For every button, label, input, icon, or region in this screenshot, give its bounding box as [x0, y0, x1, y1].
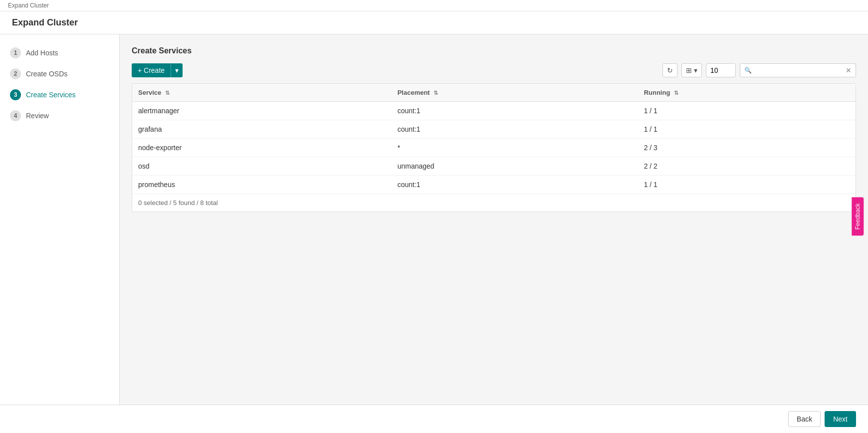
cell-service: node-exporter: [132, 139, 392, 157]
sort-icon-running: ⇅: [674, 90, 678, 96]
page-title: Expand Cluster: [12, 17, 856, 28]
table-row[interactable]: node-exporter * 2 / 3: [132, 139, 856, 157]
sidebar-label-create-osds: Create OSDs: [26, 70, 67, 78]
search-container: 🔍 ✕: [740, 63, 856, 77]
step-num-3: 3: [10, 89, 21, 100]
cell-placement: count:1: [392, 176, 638, 194]
cell-service: alertmanager: [132, 102, 392, 120]
sidebar-item-review[interactable]: 4 Review: [0, 105, 119, 126]
cell-placement: count:1: [392, 120, 638, 139]
step-num-2: 2: [10, 68, 21, 79]
col-header-running[interactable]: Running ⇅: [638, 84, 856, 102]
page-wrapper: Expand Cluster Expand Cluster 1 Add Host…: [0, 0, 868, 433]
create-button-label: + Create: [132, 63, 171, 77]
main-content: Create Services + Create ▾ ↻ ⊞ ▾ 🔍: [120, 34, 868, 405]
create-button-caret[interactable]: ▾: [171, 63, 183, 77]
sidebar: 1 Add Hosts 2 Create OSDs 3 Create Servi…: [0, 34, 120, 405]
cell-placement: count:1: [392, 102, 638, 120]
feedback-button[interactable]: Feedback: [852, 198, 864, 236]
sidebar-label-create-services: Create Services: [26, 91, 76, 99]
col-header-placement[interactable]: Placement ⇅: [392, 84, 638, 102]
table-row[interactable]: grafana count:1 1 / 1: [132, 120, 856, 139]
clear-search-button[interactable]: ✕: [844, 66, 854, 74]
page-size-input[interactable]: [706, 63, 736, 77]
table-row[interactable]: osd unmanaged 2 / 2: [132, 157, 856, 176]
breadcrumb: Expand Cluster: [0, 0, 868, 11]
cell-running: 2 / 3: [638, 139, 856, 157]
cell-service: osd: [132, 157, 392, 176]
back-button[interactable]: Back: [788, 411, 821, 427]
refresh-icon: ↻: [667, 66, 673, 74]
col-header-service[interactable]: Service ⇅: [132, 84, 392, 102]
sort-icon-placement: ⇅: [434, 90, 438, 96]
columns-icon: ⊞ ▾: [686, 66, 697, 74]
cell-placement: *: [392, 139, 638, 157]
sidebar-item-create-osds[interactable]: 2 Create OSDs: [0, 63, 119, 84]
content-area: 1 Add Hosts 2 Create OSDs 3 Create Servi…: [0, 34, 868, 405]
search-input[interactable]: [754, 64, 844, 77]
toolbar: + Create ▾ ↻ ⊞ ▾ 🔍 ✕: [132, 63, 856, 77]
cell-running: 2 / 2: [638, 157, 856, 176]
cell-service: grafana: [132, 120, 392, 139]
page-header: Expand Cluster: [0, 11, 868, 34]
create-button[interactable]: + Create ▾: [132, 63, 183, 77]
section-title: Create Services: [132, 46, 856, 55]
table-header-row: Service ⇅ Placement ⇅ Running ⇅: [132, 84, 856, 102]
sidebar-item-add-hosts[interactable]: 1 Add Hosts: [0, 42, 119, 63]
table-footer: 0 selected / 5 found / 8 total: [132, 194, 856, 212]
cell-service: prometheus: [132, 176, 392, 194]
sort-icon-service: ⇅: [165, 90, 170, 96]
cell-placement: unmanaged: [392, 157, 638, 176]
sidebar-label-add-hosts: Add Hosts: [26, 49, 58, 57]
cell-running: 1 / 1: [638, 102, 856, 120]
step-num-1: 1: [10, 47, 21, 58]
refresh-button[interactable]: ↻: [662, 63, 677, 77]
table-row[interactable]: prometheus count:1 1 / 1: [132, 176, 856, 194]
next-button[interactable]: Next: [825, 411, 856, 427]
table-row[interactable]: alertmanager count:1 1 / 1: [132, 102, 856, 120]
sidebar-label-review: Review: [26, 112, 49, 120]
search-icon: 🔍: [742, 67, 754, 74]
cell-running: 1 / 1: [638, 120, 856, 139]
columns-button[interactable]: ⊞ ▾: [681, 63, 702, 77]
step-num-4: 4: [10, 110, 21, 121]
services-table: Service ⇅ Placement ⇅ Running ⇅: [132, 83, 856, 212]
cell-running: 1 / 1: [638, 176, 856, 194]
sidebar-item-create-services[interactable]: 3 Create Services: [0, 84, 119, 105]
bottom-bar: Back Next: [0, 405, 868, 433]
